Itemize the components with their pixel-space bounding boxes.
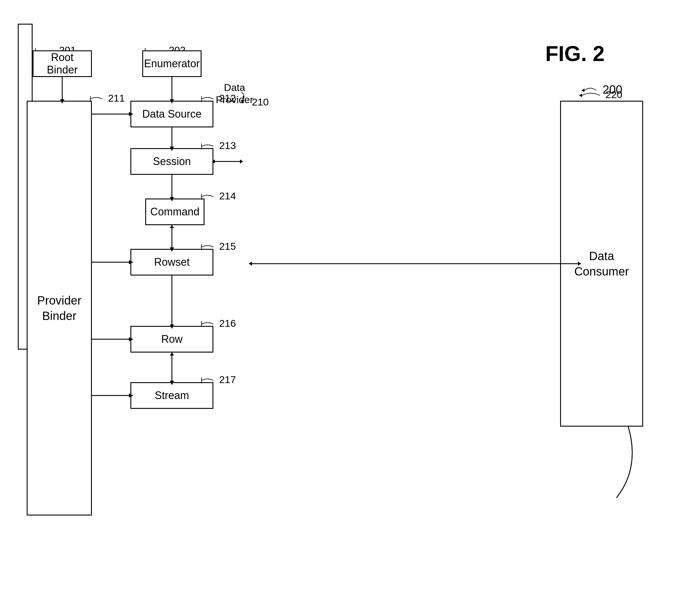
root-binder-box: Root Binder: [33, 50, 92, 77]
provider-binder-box: Provider Binder: [27, 101, 92, 515]
data-provider-label: Data Provider: [216, 81, 253, 106]
svg-marker-38: [249, 261, 252, 266]
ref-216: 216: [198, 318, 236, 329]
svg-marker-28: [170, 353, 174, 355]
ref-215: 215: [198, 241, 236, 252]
ref-211: 211: [88, 93, 125, 104]
data-consumer-box: Data Consumer: [560, 101, 643, 427]
data-source-box: Data Source: [130, 101, 213, 127]
command-box: Command: [145, 198, 205, 225]
session-box: Session: [130, 148, 213, 175]
stream-box: Stream: [130, 382, 213, 409]
svg-marker-12: [582, 89, 585, 92]
row-box: Row: [130, 326, 213, 353]
ref-200: 200: [582, 83, 622, 96]
rowset-box: Rowset: [130, 249, 213, 275]
svg-marker-23: [170, 225, 174, 228]
enumerator-box: Enumerator: [142, 50, 202, 77]
figure-title: FIG. 2: [545, 42, 605, 66]
ref-214: 214: [198, 190, 236, 202]
svg-marker-42: [240, 159, 243, 163]
ref-213: 213: [198, 140, 236, 151]
ref-210: 210: [252, 96, 269, 108]
ref-217: 217: [198, 374, 236, 385]
